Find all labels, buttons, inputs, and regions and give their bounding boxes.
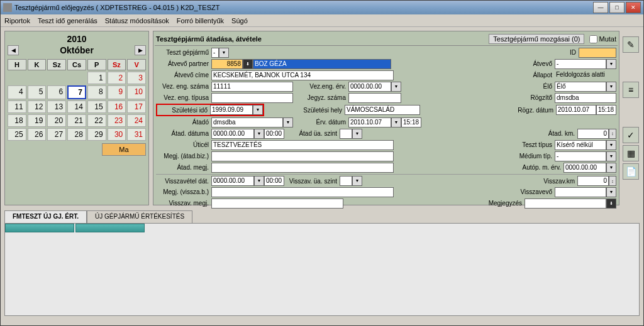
- vez-eng-tipusa-field[interactable]: [211, 93, 293, 103]
- dropdown-icon[interactable]: ▼: [283, 117, 293, 128]
- tab-fmteszt[interactable]: FMTESZT ÚJ GJ. ÉRT.: [4, 210, 87, 223]
- dropdown-icon[interactable]: ▼: [606, 151, 616, 161]
- calendar-day[interactable]: 5: [28, 85, 47, 99]
- menu-statusz[interactable]: Státusz módosítások: [105, 17, 169, 24]
- dropdown-icon[interactable]: ▼: [606, 187, 616, 197]
- dropdown-icon[interactable]: ▼: [391, 82, 401, 92]
- calendar-day[interactable]: 6: [47, 85, 66, 99]
- id-field[interactable]: [579, 48, 616, 58]
- atad-megj-field[interactable]: [211, 163, 394, 173]
- calendar-day[interactable]: 16: [108, 101, 126, 113]
- dropdown-icon[interactable]: ▼: [253, 105, 263, 115]
- visszavetel-dat-date[interactable]: 0000.00.00: [211, 176, 254, 186]
- calendar-day[interactable]: 24: [127, 114, 146, 127]
- partner-lookup-icon[interactable]: ⬇: [243, 59, 253, 69]
- jegyz-szama-field[interactable]: [348, 93, 401, 103]
- calendar-day[interactable]: 2: [108, 72, 126, 84]
- list-icon[interactable]: ≡: [623, 82, 639, 98]
- visszavetel-dat-time[interactable]: 00:00: [264, 176, 284, 186]
- calendar-day[interactable]: 19: [28, 114, 47, 127]
- calendar-day-selected[interactable]: 7: [67, 85, 86, 99]
- calendar-day[interactable]: 12: [28, 101, 47, 113]
- atvevo-field[interactable]: -: [555, 59, 606, 69]
- atvevo-partner-name[interactable]: BOZ GÉZA: [253, 59, 391, 69]
- dropdown-icon[interactable]: ▼: [219, 48, 229, 58]
- autop-m-erv-field[interactable]: 0000.00.00: [564, 163, 606, 173]
- spinner-icon[interactable]: ↕: [609, 129, 616, 139]
- calendar-day[interactable]: 25: [8, 128, 26, 141]
- menu-teszt-ido[interactable]: Teszt idő generálás: [38, 17, 97, 24]
- calendar-day[interactable]: 28: [67, 128, 86, 141]
- dropdown-icon[interactable]: ▼: [254, 129, 264, 139]
- visszav-megj-field[interactable]: [211, 198, 343, 209]
- dropdown-icon[interactable]: ▼: [606, 140, 616, 150]
- megj-vissza-b-field[interactable]: [211, 187, 394, 197]
- uticei-field[interactable]: TESZTVEZETÉS: [211, 140, 394, 150]
- atad-datuma-date[interactable]: 0000.00.00: [211, 129, 254, 139]
- visszavevo-field[interactable]: [555, 187, 606, 197]
- calendar-day[interactable]: 20: [47, 114, 66, 127]
- spinner-icon[interactable]: ↕: [609, 176, 616, 186]
- megj-atad-biz-field[interactable]: [211, 151, 394, 161]
- medium-tip-field[interactable]: -: [555, 151, 606, 161]
- calendar-day[interactable]: 14: [67, 101, 86, 113]
- calendar-day[interactable]: 21: [67, 114, 86, 127]
- dropdown-icon[interactable]: ▼: [606, 59, 616, 69]
- megjegyzes-expand-icon[interactable]: ⬇: [606, 198, 616, 209]
- teszt-tipus-field[interactable]: Kísérő nélkül: [555, 140, 606, 150]
- atad-ua-szint-field[interactable]: [340, 129, 352, 139]
- calendar-day[interactable]: 17: [127, 101, 146, 113]
- prev-month-button[interactable]: ◀: [8, 45, 19, 55]
- vez-eng-erv-field[interactable]: 0000.00.00: [348, 82, 391, 92]
- calendar-day[interactable]: 26: [28, 128, 47, 141]
- vez-eng-szama-field[interactable]: 11111: [211, 82, 293, 92]
- calendar-day[interactable]: 13: [47, 101, 66, 113]
- calendar-day[interactable]: 3: [127, 72, 146, 84]
- erv-datum-time[interactable]: 15:18: [401, 117, 421, 128]
- dropdown-icon[interactable]: ▼: [254, 176, 264, 186]
- grid-icon[interactable]: ▦: [623, 145, 639, 161]
- dropdown-icon[interactable]: ▼: [352, 129, 362, 139]
- close-button[interactable]: ✕: [626, 2, 641, 13]
- today-button[interactable]: Ma: [102, 143, 146, 156]
- elo-field[interactable]: Élő: [555, 82, 606, 92]
- menu-sugo[interactable]: Súgó: [231, 17, 248, 24]
- check-icon[interactable]: ✓: [623, 127, 639, 143]
- visszav-ua-szint-field[interactable]: [340, 176, 352, 186]
- dropdown-icon[interactable]: ▼: [391, 117, 401, 128]
- calendar-day[interactable]: 18: [8, 114, 26, 127]
- atvevo-cime-field[interactable]: KECSKEMÉT, BAJNOK UTCA 134: [211, 70, 394, 80]
- visszav-km-field[interactable]: 0: [577, 176, 609, 186]
- atad-km-field[interactable]: 0: [577, 129, 609, 139]
- movements-button[interactable]: Tesztgépjármű mozgásai (0): [489, 34, 584, 44]
- atvevo-partner-code[interactable]: 8858: [211, 59, 243, 69]
- calendar-day[interactable]: 23: [108, 114, 126, 127]
- calendar-day[interactable]: 29: [87, 128, 106, 141]
- teszt-gepjarmu-field[interactable]: -: [211, 48, 219, 58]
- calendar-day[interactable]: 10: [127, 85, 146, 99]
- minimize-button[interactable]: —: [593, 2, 608, 13]
- calendar-day[interactable]: 4: [8, 85, 26, 99]
- calendar-day[interactable]: 9: [108, 85, 126, 99]
- calendar-day[interactable]: 1: [87, 72, 106, 84]
- erv-datum-date[interactable]: 2010.10.07: [348, 117, 391, 128]
- dropdown-icon[interactable]: ▼: [606, 163, 616, 173]
- atado-field[interactable]: dmsdba: [211, 117, 283, 128]
- calendar-day[interactable]: 22: [87, 114, 106, 127]
- edit-icon[interactable]: ✎: [623, 36, 639, 53]
- dropdown-icon[interactable]: ▼: [352, 176, 362, 186]
- megjegyzes-field[interactable]: [525, 198, 606, 209]
- atad-datuma-time[interactable]: 00:00: [264, 129, 284, 139]
- menu-forro[interactable]: Forró billentyűk: [177, 17, 224, 24]
- calendar-day[interactable]: 27: [47, 128, 66, 141]
- next-month-button[interactable]: ▶: [135, 45, 146, 55]
- menu-riportok[interactable]: Riportok: [4, 17, 30, 24]
- calendar-day[interactable]: 30: [108, 128, 126, 141]
- tab-uj-gepjarmu[interactable]: ÚJ GÉPJÁRMŰ ÉRTÉKESÍTÉS: [87, 210, 192, 223]
- dropdown-icon[interactable]: ▼: [606, 82, 616, 92]
- mutat-checkbox[interactable]: [589, 35, 597, 43]
- calendar-day[interactable]: 31: [127, 128, 146, 141]
- calendar-day[interactable]: 15: [87, 101, 106, 113]
- szuletesi-hely-field[interactable]: VÁMOSCSALÁD: [345, 105, 420, 115]
- calendar-day[interactable]: 8: [87, 85, 106, 99]
